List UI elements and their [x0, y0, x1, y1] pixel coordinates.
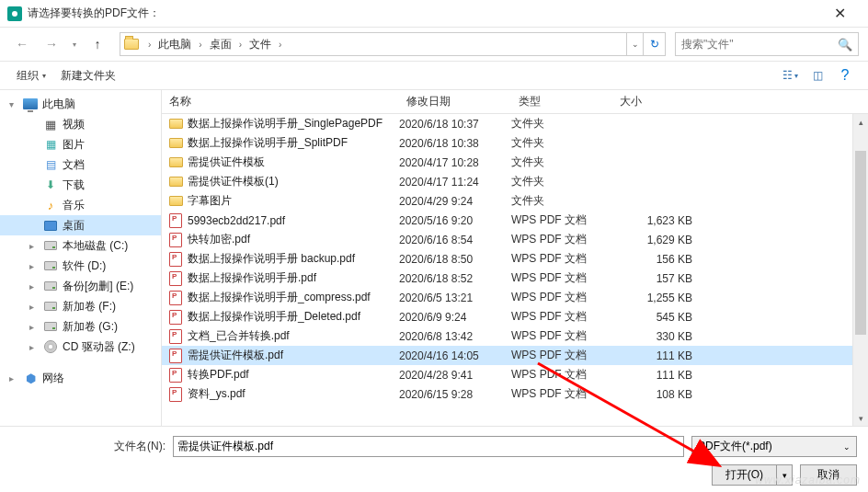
- file-name: 数据上报操作说明手册 backup.pdf: [188, 251, 399, 267]
- folder-icon: [167, 117, 184, 132]
- file-type: WPS PDF 文档: [511, 232, 612, 247]
- file-size: 156 KB: [612, 253, 700, 266]
- file-row[interactable]: 转换PDF.pdf 2020/4/28 9:41 WPS PDF 文档 111 …: [162, 365, 868, 384]
- search-icon[interactable]: 🔍: [838, 38, 852, 51]
- file-type-filter[interactable]: PDF文件(*.pdf) ⌄: [691, 436, 857, 457]
- column-type[interactable]: 类型: [511, 94, 612, 109]
- expand-icon[interactable]: ▸: [29, 241, 40, 251]
- file-list: 名称 修改日期 类型 大小 数据上报操作说明手册_SinglePagePDF 2…: [162, 90, 868, 426]
- file-row[interactable]: 快转加密.pdf 2020/6/16 8:54 WPS PDF 文档 1,629…: [162, 230, 868, 249]
- column-name[interactable]: 名称: [162, 94, 399, 109]
- file-name: 需提供证件模板(1): [188, 174, 399, 189]
- open-dropdown[interactable]: ▾: [777, 471, 792, 480]
- sidebar-item[interactable]: ▸ ⬢ 网络: [0, 368, 161, 388]
- file-date: 2020/6/16 8:54: [399, 234, 511, 246]
- scroll-up-icon[interactable]: ▴: [853, 114, 868, 130]
- cancel-button[interactable]: 取消: [800, 464, 857, 486]
- file-row[interactable]: 数据上报操作说明手册_SplitPDF 2020/6/18 10:38 文件夹: [162, 133, 868, 153]
- sidebar-item[interactable]: ▸ 备份[勿删] (E:): [0, 276, 161, 296]
- close-button[interactable]: ✕: [819, 0, 861, 28]
- sidebar-item[interactable]: ▸ ⬇ 下载: [0, 175, 161, 195]
- window-title: 请选择要转换的PDF文件：: [28, 6, 160, 21]
- file-row[interactable]: 需提供证件模板 2020/4/17 10:28 文件夹: [162, 153, 868, 172]
- navbar: ← → ▾ ↑ › 此电脑 › 桌面 › 文件 › ⌄ ↻ 🔍: [0, 28, 868, 61]
- path-dropdown[interactable]: ⌄: [626, 33, 643, 55]
- file-type: 文件夹: [511, 174, 612, 189]
- file-date: 2020/6/18 10:38: [399, 137, 511, 150]
- expand-icon[interactable]: ▸: [29, 342, 40, 352]
- back-button[interactable]: ←: [9, 32, 35, 56]
- expand-icon[interactable]: ▸: [29, 261, 40, 271]
- expand-icon[interactable]: ▸: [29, 281, 40, 292]
- file-row[interactable]: 需提供证件模板(1) 2020/4/17 11:24 文件夹: [162, 172, 868, 191]
- file-size: 111 KB: [612, 369, 700, 382]
- search-box[interactable]: 🔍: [675, 32, 859, 56]
- file-size: 1,629 KB: [612, 234, 700, 246]
- sidebar-item[interactable]: ▸ 桌面: [0, 215, 161, 235]
- file-row[interactable]: 数据上报操作说明手册_Deleted.pdf 2020/6/9 9:24 WPS…: [162, 307, 868, 326]
- breadcrumb-item[interactable]: 文件: [247, 37, 273, 52]
- expand-icon[interactable]: ▸: [29, 302, 40, 312]
- folder-icon: [167, 175, 184, 189]
- sidebar-item[interactable]: ▸ CD 驱动器 (Z:): [0, 337, 161, 357]
- sidebar-item[interactable]: ▸ ♪ 音乐: [0, 195, 161, 215]
- file-name: 快转加密.pdf: [188, 232, 399, 247]
- scroll-down-icon[interactable]: ▾: [853, 410, 868, 426]
- file-date: 2020/4/17 10:28: [399, 156, 511, 169]
- new-folder-button[interactable]: 新建文件夹: [53, 64, 123, 87]
- breadcrumb-item[interactable]: 此电脑: [156, 37, 193, 52]
- file-row[interactable]: 5993ecb2dd217.pdf 2020/5/16 9:20 WPS PDF…: [162, 211, 868, 230]
- file-name: 数据上报操作说明手册_Deleted.pdf: [188, 309, 399, 325]
- sidebar-item[interactable]: ▸ ▤ 文档: [0, 154, 161, 175]
- file-name: 数据上报操作说明手册.pdf: [188, 270, 399, 286]
- sidebar-item[interactable]: ▾ 此电脑: [0, 94, 161, 114]
- organize-button[interactable]: 组织▾: [9, 64, 53, 87]
- breadcrumb[interactable]: › 此电脑 › 桌面 › 文件 › ⌄ ↻: [120, 32, 666, 56]
- view-button[interactable]: ☷ ▾: [776, 64, 804, 86]
- file-date: 2020/6/18 8:52: [399, 272, 511, 285]
- file-name: 资料_ys.pdf: [188, 386, 399, 402]
- open-button[interactable]: 打开(O) ▾: [712, 464, 793, 486]
- column-size[interactable]: 大小: [612, 94, 700, 109]
- sidebar-item[interactable]: ▸ ▦ 图片: [0, 134, 161, 154]
- expand-icon[interactable]: ▾: [9, 99, 20, 109]
- file-size: 111 KB: [612, 349, 700, 362]
- file-name: 需提供证件模板: [188, 154, 399, 170]
- filter-label: PDF文件(*.pdf): [698, 439, 772, 454]
- sidebar-item[interactable]: ▸ ▦ 视频: [0, 114, 161, 134]
- file-row[interactable]: 数据上报操作说明手册_compress.pdf 2020/6/5 13:21 W…: [162, 288, 868, 307]
- up-button[interactable]: ↑: [85, 32, 110, 56]
- sidebar-item[interactable]: ▸ 本地磁盘 (C:): [0, 235, 161, 256]
- sidebar-item[interactable]: ▸ 新加卷 (F:): [0, 296, 161, 316]
- sidebar-item[interactable]: ▸ 软件 (D:): [0, 256, 161, 276]
- preview-pane-button[interactable]: ◫: [804, 64, 831, 86]
- search-input[interactable]: [681, 38, 838, 51]
- column-date[interactable]: 修改日期: [399, 94, 511, 109]
- history-dropdown[interactable]: ▾: [68, 40, 81, 49]
- scrollbar-thumb[interactable]: [855, 151, 866, 335]
- column-headers: 名称 修改日期 类型 大小: [162, 90, 868, 114]
- pdf-icon: [167, 310, 184, 325]
- scrollbar[interactable]: ▴ ▾: [852, 114, 868, 426]
- sidebar-item-label: CD 驱动器 (Z:): [63, 339, 135, 355]
- filename-input[interactable]: [173, 436, 684, 457]
- file-date: 2020/5/16 9:20: [399, 214, 511, 227]
- folder-icon: [167, 194, 184, 209]
- file-row[interactable]: 需提供证件模板.pdf 2020/4/16 14:05 WPS PDF 文档 1…: [162, 346, 868, 365]
- help-button[interactable]: ?: [831, 64, 859, 86]
- file-row[interactable]: 数据上报操作说明手册_SinglePagePDF 2020/6/18 10:37…: [162, 114, 868, 133]
- file-row[interactable]: 文档_已合并转换.pdf 2020/6/8 13:42 WPS PDF 文档 3…: [162, 326, 868, 346]
- sidebar-item-label: 软件 (D:): [63, 258, 106, 274]
- refresh-button[interactable]: ↻: [643, 33, 665, 55]
- file-row[interactable]: 字幕图片 2020/4/29 9:24 文件夹: [162, 191, 868, 211]
- expand-icon[interactable]: ▸: [29, 322, 40, 332]
- file-row[interactable]: 数据上报操作说明手册.pdf 2020/6/18 8:52 WPS PDF 文档…: [162, 269, 868, 288]
- breadcrumb-item[interactable]: 桌面: [208, 37, 234, 52]
- forward-button[interactable]: →: [39, 32, 64, 56]
- file-row[interactable]: 资料_ys.pdf 2020/6/15 9:28 WPS PDF 文档 108 …: [162, 384, 868, 404]
- sidebar-item[interactable]: ▸ 新加卷 (G:): [0, 316, 161, 337]
- expand-icon[interactable]: ▸: [9, 373, 20, 383]
- music-icon: ♪: [42, 198, 59, 212]
- file-type: 文件夹: [511, 116, 612, 132]
- file-row[interactable]: 数据上报操作说明手册 backup.pdf 2020/6/18 8:50 WPS…: [162, 249, 868, 269]
